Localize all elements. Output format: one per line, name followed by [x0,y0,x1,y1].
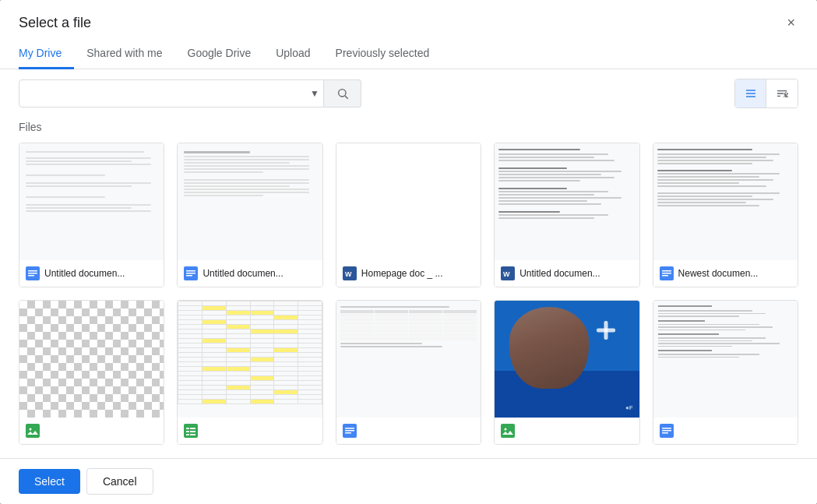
svg-rect-40 [662,432,668,434]
spreadsheet-preview [178,301,322,418]
file-thumbnail [178,143,322,260]
svg-point-0 [338,90,345,97]
svg-rect-30 [190,434,195,435]
file-thumbnail [495,143,639,260]
file-picker-dialog: Select a file × My Drive Shared with me … [0,0,817,504]
file-card[interactable]: ●F [494,300,639,445]
file-card[interactable]: Untitled documen... [177,143,322,287]
svg-line-1 [345,96,348,99]
svg-rect-4 [746,96,755,97]
svg-rect-20 [662,273,671,274]
chat-preview [653,301,798,418]
doc-table-preview [336,301,481,418]
file-name: Homepage doc _ ... [361,268,474,279]
svg-rect-26 [190,428,195,429]
tab-shared-with-me[interactable]: Shared with me [74,39,174,69]
google-doc-icon [26,266,40,280]
sort-icon: AZ [776,87,788,100]
files-grid: Untitled documen... [19,143,798,445]
svg-rect-9 [28,275,34,277]
tab-my-drive[interactable]: My Drive [19,39,74,69]
close-button[interactable]: × [784,12,798,33]
google-doc-icon [343,424,357,438]
svg-text:W: W [503,270,510,278]
file-card[interactable] [336,300,481,445]
file-thumbnail-checkerboard [19,301,164,418]
svg-point-23 [30,428,32,431]
file-name: Untitled documen... [519,268,632,279]
toolbar: ▼ AZ [0,69,817,118]
tab-previously-selected[interactable]: Previously selected [323,39,442,69]
list-view-button[interactable] [735,79,766,107]
file-info [178,418,322,444]
file-info [19,418,164,444]
svg-point-36 [505,428,507,431]
file-card[interactable]: Newest documen... [653,143,798,287]
doc-list-preview [653,143,798,260]
resume-preview [495,143,639,260]
svg-rect-28 [190,431,195,432]
svg-rect-11 [186,270,195,272]
file-name: Newest documen... [678,268,791,279]
svg-rect-34 [345,432,351,434]
svg-text:AZ: AZ [784,93,788,98]
list-view-icon [745,87,757,100]
word-doc-icon: W [343,266,357,280]
file-thumbnail [336,301,481,418]
svg-rect-21 [662,275,668,277]
file-name: Untitled documen... [202,268,315,279]
file-card[interactable] [177,300,322,445]
file-info: Newest documen... [653,260,798,287]
search-dropdown[interactable] [19,79,324,107]
file-info: Untitled documen... [178,260,322,287]
svg-rect-35 [501,424,515,438]
doc-preview [178,143,322,260]
svg-rect-19 [662,270,671,272]
file-info: W Homepage doc _ ... [336,260,481,287]
file-card[interactable] [653,300,798,445]
view-controls: AZ [734,79,798,108]
tab-google-drive[interactable]: Google Drive [175,39,264,69]
file-thumbnail [178,301,322,418]
svg-rect-3 [746,93,755,93]
search-container: ▼ [19,79,361,107]
image-icon [26,424,40,438]
svg-rect-29 [186,434,189,435]
file-thumbnail-photo: ●F [495,301,639,418]
file-card[interactable]: W Untitled documen... [494,143,639,287]
file-thumbnail [653,143,798,260]
file-card[interactable]: Untitled documen... [19,143,164,287]
svg-rect-39 [662,430,671,432]
svg-rect-12 [186,273,195,274]
file-info [653,418,798,444]
files-label: Files [19,118,798,133]
file-thumbnail [653,301,798,418]
file-thumbnail [336,143,481,260]
cancel-button[interactable]: Cancel [86,468,153,495]
file-info [495,418,639,444]
word-doc-icon: W [501,266,515,280]
files-section: Files [0,118,817,458]
sort-button[interactable]: AZ [766,79,798,107]
google-doc-icon [660,266,674,280]
tabs-bar: My Drive Shared with me Google Drive Upl… [0,39,817,69]
svg-rect-7 [28,270,37,272]
select-button[interactable]: Select [19,469,80,494]
svg-rect-2 [746,90,755,90]
search-button[interactable] [324,79,361,107]
svg-rect-38 [662,428,671,429]
google-doc-icon [184,266,198,280]
file-thumbnail [19,143,164,260]
file-info [336,418,481,444]
photo-icon [501,424,515,438]
spreadsheet-icon [184,424,198,438]
file-info: W Untitled documen... [495,260,639,287]
tab-upload[interactable]: Upload [263,39,322,69]
doc-preview [19,143,164,260]
file-card[interactable] [19,300,164,445]
svg-rect-22 [26,424,40,438]
svg-rect-8 [28,273,37,274]
file-card[interactable]: W Homepage doc _ ... [336,143,481,287]
svg-rect-25 [186,428,189,429]
file-info: Untitled documen... [19,260,164,287]
